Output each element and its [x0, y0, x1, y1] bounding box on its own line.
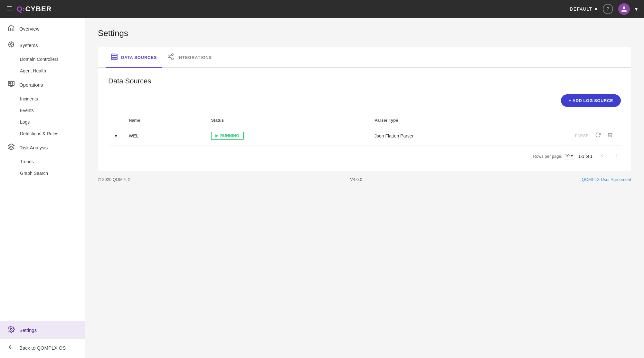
svg-point-19 — [172, 54, 174, 56]
incidents-label: Incidents — [20, 96, 38, 101]
user-chevron-icon[interactable]: ▾ — [635, 6, 638, 12]
user-avatar[interactable] — [618, 3, 630, 15]
refresh-button[interactable] — [592, 131, 603, 141]
brand-cyber: CYBER — [25, 5, 52, 13]
integrations-tab-icon — [167, 53, 174, 62]
sidebar-item-overview[interactable]: Overview — [0, 21, 85, 37]
rows-per-page-select[interactable]: 10 ▾ — [565, 153, 573, 159]
svg-rect-15 — [111, 58, 117, 60]
parse-label: PARSE — [575, 134, 589, 138]
back-label: Back to QOMPLX:OS — [19, 345, 66, 351]
tabs-container: DATA SOURCES INTEGRATIONS — [98, 47, 631, 68]
sidebar-item-systems[interactable]: Systems — [0, 37, 85, 53]
sidebar-item-trends[interactable]: Trends — [0, 156, 85, 167]
table-actions: + ADD LOG SOURCE — [108, 94, 621, 107]
rows-per-page-value: 10 — [565, 153, 569, 158]
sidebar: Overview Systems Domain Controllers Agen… — [0, 18, 85, 358]
settings-icon — [8, 326, 15, 334]
environment-label: DEFAULT — [570, 6, 592, 12]
help-button[interactable]: ? — [603, 4, 613, 14]
rows-per-page-label: Rows per page: — [533, 154, 562, 159]
svg-line-22 — [170, 57, 172, 58]
play-icon: ▶ — [215, 134, 218, 138]
domain-controllers-label: Domain Controllers — [20, 57, 59, 62]
back-icon — [8, 344, 15, 352]
operations-icon — [8, 80, 15, 89]
data-sources-title: Data Sources — [108, 77, 621, 85]
actions-col-header — [556, 115, 621, 126]
sidebar-item-back[interactable]: Back to QOMPLX:OS — [0, 339, 85, 357]
sidebar-risk-analysis-label: Risk Analysis — [19, 145, 48, 150]
svg-point-9 — [10, 82, 11, 84]
table-body: ▾ WEL ▶ RUNNING Json Flatten Parser PARS… — [108, 126, 621, 146]
brand-q: Q: — [17, 5, 25, 13]
main-layout: Overview Systems Domain Controllers Agen… — [0, 18, 644, 358]
graph-search-label: Graph Search — [20, 171, 48, 176]
sidebar-item-operations[interactable]: Operations — [0, 77, 85, 93]
tab-data-sources[interactable]: DATA SOURCES — [106, 47, 162, 68]
actions-cell: PARSE — [556, 126, 621, 146]
rows-per-page-chevron-icon: ▾ — [571, 153, 573, 158]
sidebar-item-agent-health[interactable]: Agent Health — [0, 65, 85, 77]
svg-point-11 — [10, 328, 12, 330]
sidebar-item-logs[interactable]: Logs — [0, 116, 85, 128]
table-header: Name Status Parser Type — [108, 115, 621, 126]
svg-line-23 — [170, 55, 172, 56]
svg-point-10 — [12, 82, 13, 84]
top-header: ☰ Q:CYBER DEFAULT ▾ ? ▾ — [0, 0, 644, 18]
add-log-source-button[interactable]: + ADD LOG SOURCE — [561, 94, 621, 107]
systems-icon — [8, 41, 15, 50]
status-label: RUNNING — [220, 134, 240, 138]
table-row: ▾ WEL ▶ RUNNING Json Flatten Parser PARS… — [108, 126, 621, 146]
tab-integrations[interactable]: INTEGRATIONS — [162, 47, 217, 68]
pagination-next-button[interactable] — [612, 151, 621, 162]
sidebar-nav: Overview Systems Domain Controllers Agen… — [0, 18, 85, 320]
brand-logo: Q:CYBER — [17, 5, 52, 13]
content-area: Settings DATA SOURCES — [85, 18, 644, 358]
detections-rules-label: Detections & Rules — [20, 131, 58, 136]
sidebar-item-risk-analysis[interactable]: Risk Analysis — [0, 139, 85, 156]
name-cell: WEL — [124, 126, 206, 146]
environment-chevron-icon: ▾ — [595, 6, 598, 12]
hamburger-icon[interactable]: ☰ — [6, 5, 12, 13]
data-sources-card: Data Sources + ADD LOG SOURCE Name Statu… — [98, 68, 631, 171]
sidebar-overview-label: Overview — [19, 26, 40, 32]
table-footer: Rows per page: 10 ▾ 1-1 of 1 — [108, 146, 621, 162]
svg-point-0 — [10, 43, 12, 45]
header-right: DEFAULT ▾ ? ▾ — [570, 3, 638, 15]
pagination-info: 1-1 of 1 — [578, 154, 592, 159]
sidebar-item-domain-controllers[interactable]: Domain Controllers — [0, 53, 85, 65]
agent-health-label: Agent Health — [20, 68, 46, 73]
svg-rect-6 — [8, 81, 14, 86]
refresh-icon — [595, 132, 601, 138]
events-label: Events — [20, 108, 34, 113]
expand-row-button[interactable]: ▾ — [113, 131, 118, 140]
status-cell: ▶ RUNNING — [206, 126, 369, 146]
footer-copyright: © 2020 QOMPLX — [98, 177, 130, 182]
sidebar-item-settings[interactable]: Settings — [0, 321, 85, 339]
status-badge: ▶ RUNNING — [211, 132, 244, 140]
sidebar-item-incidents[interactable]: Incidents — [0, 93, 85, 105]
sidebar-item-graph-search[interactable]: Graph Search — [0, 167, 85, 179]
header-left: ☰ Q:CYBER — [6, 5, 52, 13]
risk-analysis-icon — [8, 143, 15, 152]
tab-integrations-label: INTEGRATIONS — [177, 55, 212, 60]
parser-type-cell: Json Flatten Parser — [369, 126, 556, 146]
delete-button[interactable] — [605, 131, 616, 141]
sidebar-item-events[interactable]: Events — [0, 105, 85, 116]
data-table: Name Status Parser Type ▾ WEL — [108, 115, 621, 146]
settings-label: Settings — [19, 327, 37, 333]
chevron-right-icon — [613, 152, 620, 159]
sidebar-item-detections-rules[interactable]: Detections & Rules — [0, 128, 85, 139]
trends-label: Trends — [20, 159, 34, 164]
user-icon — [621, 6, 627, 12]
footer-user-agreement-link[interactable]: QOMPLX User Agreement — [582, 177, 631, 182]
sidebar-systems-label: Systems — [19, 42, 38, 48]
datasources-tab-icon — [111, 53, 118, 62]
page-footer: © 2020 QOMPLX V4.0.0 QOMPLX User Agreeme… — [98, 171, 631, 182]
expand-cell: ▾ — [108, 126, 124, 146]
svg-point-21 — [172, 58, 174, 60]
svg-rect-14 — [111, 56, 117, 58]
pagination-prev-button[interactable] — [598, 151, 607, 162]
environment-dropdown[interactable]: DEFAULT ▾ — [570, 6, 598, 12]
